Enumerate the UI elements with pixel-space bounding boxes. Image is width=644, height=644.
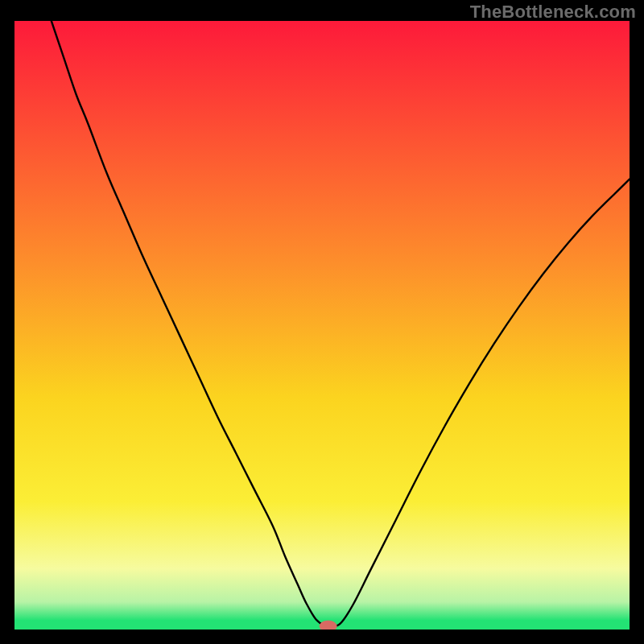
watermark-text: TheBottleneck.com <box>470 2 636 23</box>
plot-frame <box>14 21 630 630</box>
bottleneck-curve <box>52 21 630 627</box>
curve-layer <box>14 21 630 630</box>
plot-area <box>14 21 630 630</box>
chart-stage: TheBottleneck.com <box>0 0 644 644</box>
minimum-marker <box>320 621 336 630</box>
